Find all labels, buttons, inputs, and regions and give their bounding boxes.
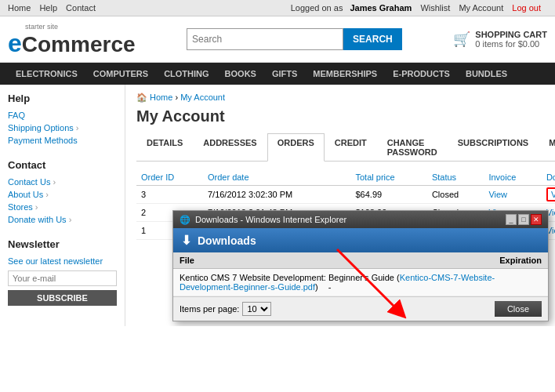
order-downloads-1[interactable]: View <box>542 186 555 204</box>
sidebar-newsletter-link[interactable]: See our latest newsletter <box>8 255 117 267</box>
arrow-icon-2: › <box>53 177 56 187</box>
sidebar-contact-title: Contact <box>8 159 117 171</box>
nav-bundles[interactable]: BUNDLES <box>458 63 515 85</box>
col-total-price[interactable]: Total price <box>350 169 426 186</box>
help-link[interactable]: Help <box>39 3 57 13</box>
logo-e: e <box>8 29 22 57</box>
col-invoice: Invoice <box>484 169 541 186</box>
my-account-link[interactable]: My Account <box>459 3 503 13</box>
dialog-content: File Expiration Kentico CMS 7 Website De… <box>173 252 548 296</box>
nav-memberships[interactable]: MEMBERSHIPS <box>305 63 385 85</box>
maximize-button[interactable]: □ <box>518 214 529 225</box>
search-input[interactable] <box>187 28 343 50</box>
tab-subscriptions[interactable]: SUBSCRIPTIONS <box>448 133 539 161</box>
order-invoice-1[interactable]: View <box>484 186 541 204</box>
search-area: SEARCH <box>187 28 402 50</box>
dialog-titlebar-buttons: _ □ ✕ <box>506 214 542 225</box>
main-nav: ELECTRONICS COMPUTERS CLOTHING BOOKS GIF… <box>0 63 555 85</box>
username: James Graham <box>350 3 412 13</box>
download-icon: ⬇ <box>181 233 191 248</box>
breadcrumb: 🏠 Home › My Account <box>136 93 555 103</box>
logged-as-text: Logged on as <box>291 3 343 13</box>
tab-details[interactable]: DETAILS <box>136 133 193 161</box>
dialog-footer: Items per page: 10 Close <box>173 296 548 321</box>
nav-eproducts[interactable]: E-PRODUCTS <box>385 63 458 85</box>
dialog-titlebar: 🌐 Downloads - Windows Internet Explorer … <box>173 211 548 228</box>
wishlist-link[interactable]: Wishlist <box>420 3 450 13</box>
col-downloads: Downloads <box>542 169 555 186</box>
sidebar-contactus-link[interactable]: Contact Us › <box>8 176 117 188</box>
breadcrumb-current-link[interactable]: My Account <box>180 93 225 102</box>
cart-items-count: 0 items for $0.00 <box>475 39 547 49</box>
nav-books[interactable]: BOOKS <box>217 63 264 85</box>
contact-link[interactable]: Contact <box>66 3 96 13</box>
sidebar-aboutus-link[interactable]: About Us › <box>8 188 117 201</box>
tab-orders[interactable]: ORDERS <box>267 133 325 162</box>
top-bar-right: Logged on as James Graham Wishlist My Ac… <box>291 3 547 13</box>
sidebar-donate-link[interactable]: Donate with Us › <box>8 213 117 226</box>
cart-area: 🛒 SHOPPING CART 0 items for $0.00 <box>453 30 547 49</box>
items-per-page-select[interactable]: 10 <box>242 302 271 316</box>
order-total-1: $64.99 <box>350 186 426 204</box>
search-button[interactable]: SEARCH <box>343 28 402 50</box>
logo-starter-text: starter site <box>25 23 136 31</box>
account-tabs: DETAILS ADDRESSES ORDERS CREDIT CHANGE P… <box>136 133 555 162</box>
sidebar-newsletter-title: Newsletter <box>8 238 117 250</box>
top-bar-left: Home Help Contact <box>8 3 102 13</box>
top-bar: Home Help Contact Logged on as James Gra… <box>0 0 555 16</box>
sidebar-payment-link[interactable]: Payment Methods <box>8 134 117 147</box>
newsletter-email-input[interactable] <box>8 270 117 286</box>
logout-link[interactable]: Log out <box>512 3 541 13</box>
sidebar-newsletter-section: Newsletter See our latest newsletter SUB… <box>8 238 117 306</box>
sidebar: Help FAQ Shipping Options › Payment Meth… <box>0 85 125 326</box>
nav-electronics[interactable]: ELECTRONICS <box>8 63 85 85</box>
cart-title: SHOPPING CART <box>475 30 547 39</box>
sidebar-help-title: Help <box>8 93 117 104</box>
downloads-view-link-1[interactable]: View <box>546 187 555 201</box>
sidebar-stores-link[interactable]: Stores › <box>8 201 117 213</box>
tab-change-password[interactable]: CHANGE PASSWORD <box>377 133 448 161</box>
col-file-header: File <box>180 256 194 265</box>
header: starter site eCommerce SEARCH 🛒 SHOPPING… <box>0 16 555 63</box>
arrow-icon-4: › <box>35 202 38 212</box>
cart-icon: 🛒 <box>453 31 470 48</box>
arrow-icon-3: › <box>45 190 49 199</box>
dialog-close-x-button[interactable]: ✕ <box>531 214 542 225</box>
logo-commerce: Commerce <box>22 32 136 56</box>
invoice-view-link-1[interactable]: View <box>488 190 507 199</box>
sidebar-shipping-link[interactable]: Shipping Options › <box>8 122 117 134</box>
breadcrumb-home-icon: 🏠 <box>136 93 147 102</box>
nav-clothing[interactable]: CLOTHING <box>156 63 216 85</box>
nav-computers[interactable]: COMPUTERS <box>85 63 156 85</box>
tab-memberships[interactable]: MEMBERSHIPS <box>539 133 555 161</box>
col-order-date[interactable]: Order date <box>203 169 351 186</box>
page-title: My Account <box>136 107 555 125</box>
order-id-1: 3 <box>136 186 203 204</box>
file-name-text: Kentico CMS 7 Website Development: Begin… <box>180 273 394 282</box>
main-content: 🏠 Home › My Account My Account DETAILS A… <box>125 85 555 326</box>
dialog-file-row: Kentico CMS 7 Website Development: Begin… <box>173 269 548 296</box>
tab-addresses[interactable]: ADDRESSES <box>193 133 267 161</box>
col-status[interactable]: Status <box>427 169 484 186</box>
minimize-button[interactable]: _ <box>506 214 517 225</box>
subscribe-button[interactable]: SUBSCRIBE <box>8 290 117 306</box>
nav-gifts[interactable]: GIFTS <box>264 63 305 85</box>
sidebar-contact-section: Contact Contact Us › About Us › Stores ›… <box>8 159 117 226</box>
logo-text: eCommerce <box>8 31 136 56</box>
items-per-page-label: Items per page: <box>180 304 239 314</box>
dialog-titlebar-left: 🌐 Downloads - Windows Internet Explorer <box>180 215 346 225</box>
dialog-close-button[interactable]: Close <box>495 301 542 317</box>
table-row: 3 7/16/2012 3:02:30 PM $64.99 Closed Vie… <box>136 186 555 204</box>
arrow-icon: › <box>76 123 79 132</box>
dialog-header-title: Downloads <box>198 234 256 247</box>
sidebar-faq-link[interactable]: FAQ <box>8 109 117 122</box>
home-link[interactable]: Home <box>8 3 31 13</box>
logo: starter site eCommerce <box>8 23 136 56</box>
breadcrumb-home-link[interactable]: Home <box>150 93 172 102</box>
col-expiration-header: Expiration <box>499 256 542 265</box>
tab-credit[interactable]: CREDIT <box>325 133 377 161</box>
order-status-1: Closed <box>427 186 484 204</box>
order-date-1: 7/16/2012 3:02:30 PM <box>203 186 351 204</box>
dialog-header: ⬇ Downloads <box>173 228 548 252</box>
col-order-id[interactable]: Order ID <box>136 169 203 186</box>
